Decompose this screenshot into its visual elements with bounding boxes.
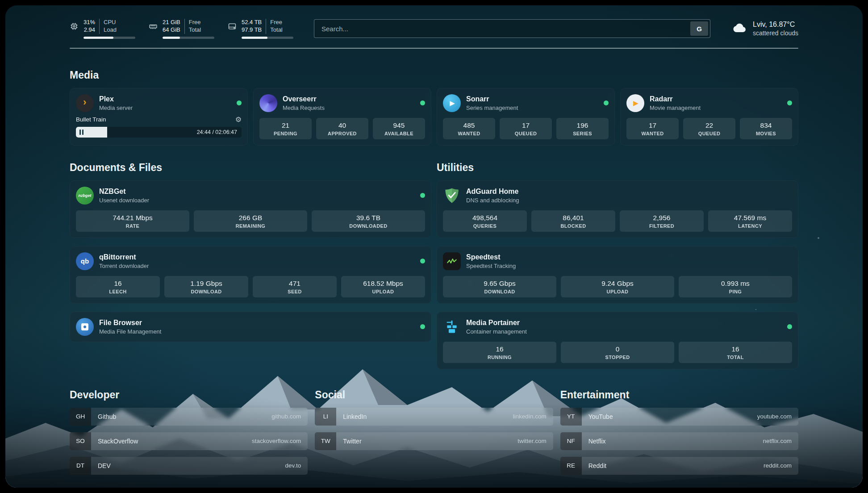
bookmark-url: netflix.com [763, 438, 798, 444]
bookmark-netflix[interactable]: NF Netflix netflix.com [560, 432, 798, 450]
bookmark-name: YouTube [582, 413, 757, 420]
weather-widget: Lviv, 16.87°C scattered clouds [731, 21, 798, 37]
bookmark-abbr: RE [560, 457, 582, 475]
stat-box: 485 WANTED [443, 118, 495, 139]
search-provider-button[interactable]: G [690, 21, 708, 36]
bookmark-url: linkedin.com [513, 413, 553, 420]
disk-progressbar [242, 37, 293, 39]
status-dot [420, 259, 425, 263]
cloud-icon [731, 22, 747, 35]
cpu-progressbar [83, 37, 135, 39]
service-card-sonarr[interactable]: ▶ Sonarr Series management 485 WANTED [437, 88, 615, 146]
status-dot [787, 324, 792, 329]
bookmark-group-social: Social LI LinkedIn linkedin.com TW Twitt… [315, 389, 553, 481]
search-input[interactable] [314, 19, 710, 38]
sonarr-icon: ▶ [443, 94, 461, 112]
service-card-portainer[interactable]: Media Portainer Container management 16 … [437, 312, 798, 369]
stat-box: 2,956 FILTERED [620, 210, 704, 232]
service-subtitle: DNS and adblocking [466, 197, 792, 204]
memory-free-value: 21 GiB [163, 19, 180, 26]
disk-icon [228, 22, 237, 33]
disk-widget: 52.4 TB 97.9 TB Free Total [228, 19, 293, 39]
pause-icon[interactable] [79, 130, 83, 135]
bookmark-name: Reddit [582, 462, 764, 469]
bookmark-url: twitter.com [517, 438, 553, 444]
cpu-widget: 31% 2.94 CPU Load [70, 19, 135, 39]
section-documents: Documents & Files nzbget NZBGet Usenet d… [70, 162, 431, 369]
bookmark-name: DEV [91, 462, 285, 469]
cpu-icon [70, 22, 79, 33]
bookmark-group-developer: Developer GH Github github.com SO StackO… [70, 389, 308, 481]
service-card-speedtest[interactable]: Speedtest Speedtest Tracking 9.65 Gbps D… [437, 246, 798, 304]
bookmark-stackoverflow[interactable]: SO StackOverflow stackoverflow.com [70, 432, 308, 450]
stat-box: 744.21 Mbps RATE [76, 210, 189, 232]
status-dot [604, 100, 609, 105]
status-dot [420, 100, 425, 105]
service-subtitle: Media File Management [99, 328, 415, 335]
bookmark-dev[interactable]: DT DEV dev.to [70, 457, 308, 475]
bookmark-reddit[interactable]: RE Reddit reddit.com [560, 457, 798, 475]
section-title-developer: Developer [70, 389, 308, 401]
bookmark-url: github.com [271, 413, 308, 420]
service-card-filebrowser[interactable]: File Browser Media File Management [70, 312, 431, 342]
stat-box: 9.65 Gbps DOWNLOAD [443, 276, 556, 297]
disk-label: Free [270, 19, 282, 26]
stat-box: 47.569 ms LATENCY [708, 210, 792, 232]
service-card-adguard[interactable]: AdGuard Home DNS and adblocking 498,564 … [437, 180, 798, 238]
weather-location: Lviv, 16.87°C [753, 21, 798, 29]
service-subtitle: Torrent downloader [99, 263, 415, 269]
service-card-overseerr[interactable]: Overseerr Media Requests 21 PENDING 40 A… [253, 88, 431, 146]
section-title-utilities: Utilities [437, 162, 798, 174]
stat-box: 618.52 Mbps UPLOAD [341, 276, 425, 297]
bookmark-url: stackoverflow.com [252, 438, 308, 444]
bookmark-twitter[interactable]: TW Twitter twitter.com [315, 432, 553, 450]
service-title: AdGuard Home [466, 188, 792, 196]
service-title: Speedtest [466, 253, 792, 261]
bookmark-linkedin[interactable]: LI LinkedIn linkedin.com [315, 408, 553, 426]
service-title: Radarr [650, 95, 782, 103]
bookmark-youtube[interactable]: YT YouTube youtube.com [560, 408, 798, 426]
plex-icon: › [76, 94, 94, 112]
service-title: Sonarr [466, 95, 598, 103]
header-divider [70, 48, 798, 49]
memory-label: Free [189, 19, 201, 26]
settings-gear-icon[interactable]: ⚙ [235, 116, 242, 123]
service-title: File Browser [99, 319, 415, 327]
playback-progressbar[interactable]: 24:44 / 02:06:47 [76, 127, 242, 138]
stat-box: 16 RUNNING [443, 342, 556, 363]
stat-box: 40 APPROVED [316, 118, 368, 139]
stat-box: 0 STOPPED [561, 342, 674, 363]
qbittorrent-icon: qb [76, 252, 94, 270]
service-title: Plex [99, 95, 231, 103]
stat-box: 0.993 ms PING [679, 276, 792, 297]
plex-now-playing: Bullet Train ⚙ 24:44 / 02:06:47 [76, 116, 242, 138]
overseerr-icon [259, 94, 277, 112]
bookmark-url: dev.to [285, 462, 308, 469]
service-card-nzbget[interactable]: nzbget NZBGet Usenet downloader 744.21 M… [70, 180, 431, 238]
service-subtitle: Speedtest Tracking [466, 263, 792, 269]
radarr-icon: ▶ [626, 94, 644, 112]
bookmark-abbr: YT [560, 408, 582, 426]
section-title-documents: Documents & Files [70, 162, 431, 174]
bookmark-abbr: NF [560, 432, 582, 450]
status-dot [420, 324, 425, 329]
disk-free-value: 52.4 TB [242, 19, 262, 26]
cpu-label: CPU [104, 19, 117, 26]
service-subtitle: Series management [466, 104, 598, 111]
disk-total-value: 97.9 TB [242, 26, 262, 34]
service-title: Media Portainer [466, 319, 782, 327]
service-card-plex[interactable]: › Plex Media server Bullet Train ⚙ [70, 88, 248, 146]
service-card-radarr[interactable]: ▶ Radarr Movie management 17 WANTED [620, 88, 798, 146]
memory-widget: 21 GiB 64 GiB Free Total [149, 19, 214, 39]
bookmark-github[interactable]: GH Github github.com [70, 408, 308, 426]
now-playing-title: Bullet Train [76, 116, 106, 123]
bookmark-abbr: GH [70, 408, 91, 426]
stat-box: 16 LEECH [76, 276, 160, 297]
bookmark-name: LinkedIn [336, 413, 513, 420]
disk-label-2: Total [270, 26, 282, 34]
service-card-qbittorrent[interactable]: qb qBittorrent Torrent downloader 16 [70, 246, 431, 304]
cpu-sub-value: 2.94 [84, 26, 95, 34]
snow-specks [5, 5, 6, 6]
service-subtitle: Media server [99, 104, 231, 111]
bookmark-group-entertainment: Entertainment YT YouTube youtube.com NF … [560, 389, 798, 481]
